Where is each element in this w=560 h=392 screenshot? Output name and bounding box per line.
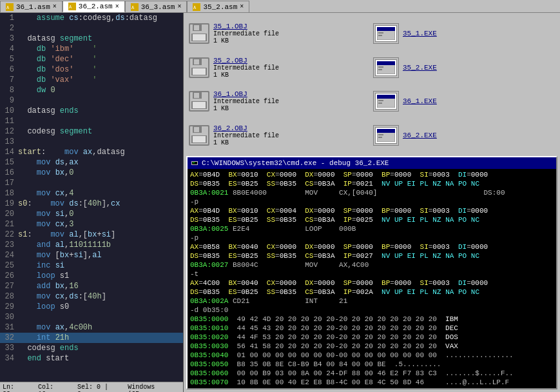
status-windows: Windows (CR...: [128, 384, 180, 391]
file-size: 1 KB: [213, 37, 371, 44]
line-content: codesg segment: [18, 126, 183, 137]
tab-36_2[interactable]: A 36_2.asm ×: [63, 1, 125, 12]
line-number: 5: [0, 54, 18, 64]
obj-file-icon: [189, 57, 209, 78]
line-number: 20: [0, 209, 18, 219]
line-content: [18, 23, 183, 34]
tab-close-36_1[interactable]: ×: [53, 3, 57, 10]
status-bar: Ln: 32 Col: 16 Sel: 0 | 0 Windows (CR...: [0, 382, 183, 392]
file-info: 35_2.OBJIntermediate file1 KB: [213, 57, 371, 79]
cmd-titlebar: C:\WINDOWS\system32\cmd.exe - debug 36_2…: [188, 157, 556, 169]
file-item-obj[interactable]: 35_2.OBJIntermediate file1 KB: [189, 52, 371, 84]
main-layout: 1 assume cs:codesg,ds:datasg23 datasg se…: [0, 13, 560, 392]
cmd-line: 0B3A:002A CD21 INT 21: [190, 297, 554, 306]
file-size: 1 KB: [213, 105, 371, 112]
line-number: 23: [0, 240, 18, 250]
cmd-body[interactable]: AX=0B4D BX=0010 CX=0000 DX=0000 SP=0000 …: [188, 169, 556, 388]
exe-icon: [373, 125, 399, 146]
file-explorer: 35_1.OBJIntermediate file1 KB 35_1.EXE 3…: [184, 13, 560, 156]
exe-name[interactable]: 35_1.EXE: [403, 30, 437, 37]
code-line: 29 loop s0: [0, 302, 183, 312]
code-line: 2: [0, 23, 183, 34]
file-name[interactable]: 35_1.OBJ: [213, 23, 371, 30]
tab-close-36_2[interactable]: ×: [115, 3, 119, 10]
file-item-exe[interactable]: 36_2.EXE: [373, 120, 555, 152]
code-line: 3 datasg segment: [0, 34, 183, 44]
obj-file-icon: [189, 91, 209, 112]
tab-bar: A 36_1.asm × A 36_2.asm × A 36_3.asm × A…: [0, 0, 560, 13]
line-number: 32: [0, 333, 18, 343]
line-number: 17: [0, 178, 18, 188]
line-content: db 'dec' ': [18, 54, 183, 64]
file-name[interactable]: 35_2.OBJ: [213, 57, 371, 64]
line-number: 15: [0, 157, 18, 168]
svg-rect-35: [377, 95, 395, 99]
code-line: 23 and al,11011111b: [0, 240, 183, 250]
file-size: 1 KB: [213, 72, 371, 79]
svg-rect-27: [378, 69, 382, 70]
line-number: 12: [0, 126, 18, 137]
tab-close-36_3[interactable]: ×: [177, 3, 181, 10]
cmd-line: -p: [190, 233, 554, 242]
file-name[interactable]: 36_2.OBJ: [213, 124, 371, 132]
editor-content: 1 assume cs:codesg,ds:datasg23 datasg se…: [0, 13, 183, 382]
file-item-obj[interactable]: 36_1.OBJIntermediate file1 KB: [189, 86, 371, 117]
line-content: db 'ibm' ': [18, 44, 183, 54]
line-number: 13: [0, 137, 18, 147]
cmd-line: 0B3A:0021 8B0E4000 MOV CX,[0040] DS:00: [190, 188, 554, 197]
line-content: loop s1: [18, 271, 183, 281]
svg-rect-41: [194, 127, 199, 132]
code-line: 6 db 'dos' ': [0, 64, 183, 75]
line-number: 22: [0, 230, 18, 240]
file-item-exe[interactable]: 35_2.EXE: [373, 52, 555, 84]
line-number: 6: [0, 64, 18, 75]
file-item-exe[interactable]: 35_1.EXE: [373, 18, 555, 50]
tab-36_1[interactable]: A 36_1.asm ×: [0, 1, 63, 12]
line-number: 28: [0, 291, 18, 302]
line-number: 3: [0, 34, 18, 44]
file-name[interactable]: 36_1.OBJ: [213, 90, 371, 98]
tab-label-36_2: 36_2.asm: [79, 3, 113, 10]
tab-36_3[interactable]: A 36_3.asm ×: [125, 1, 188, 12]
svg-rect-25: [377, 61, 395, 65]
tab-close-35_2[interactable]: ×: [240, 3, 244, 10]
line-content: db 'vax' ': [18, 75, 183, 85]
line-number: 1: [0, 13, 18, 23]
cmd-line: 0B35:0050 B8 35 0B 8E C8-B9 B4 00 84 00 …: [190, 360, 554, 369]
cmd-line: DS=0B35 ES=0B25 SS=0B35 CS=0B3A IP=0027 …: [190, 251, 554, 260]
code-line: 22s1: mov al,[bx+si]: [0, 230, 183, 240]
code-line: 16 mov bx,0: [0, 168, 183, 178]
line-content: db 'dos' ': [18, 64, 183, 75]
cmd-line: 0B35:0010 44 45 43 20 20 20 20 20-20 20 …: [190, 324, 554, 333]
line-number: 21: [0, 219, 18, 230]
tab-35_2[interactable]: A 35_2.asm ×: [187, 1, 249, 12]
file-item-obj[interactable]: 35_1.OBJIntermediate file1 KB: [189, 18, 371, 50]
code-line: 9: [0, 95, 183, 106]
file-size: 1 KB: [213, 139, 371, 146]
svg-rect-36: [378, 100, 383, 101]
line-content: [18, 137, 183, 147]
cmd-line: AX=0B4D BX=0010 CX=0004 DX=0000 SP=0000 …: [190, 206, 554, 215]
cmd-line: 0B3A:0025 E2E4 LOOP 000B: [190, 224, 554, 233]
code-line: 24 mov [bx+si],al: [0, 250, 183, 260]
file-item-exe[interactable]: 36_1.EXE: [373, 86, 555, 117]
code-line: 10 datasg ends: [0, 106, 183, 116]
code-line: 17: [0, 178, 183, 188]
line-content: mov ax,4c00h: [18, 322, 183, 333]
line-content: [18, 312, 183, 322]
editor-pane[interactable]: 1 assume cs:codesg,ds:datasg23 datasg se…: [0, 13, 184, 392]
line-number: 30: [0, 312, 18, 322]
cmd-line: DS=0B35 ES=0B25 SS=0B35 CS=0B3A IP=002A …: [190, 288, 554, 297]
cmd-window: C:\WINDOWS\system32\cmd.exe - debug 36_2…: [186, 156, 557, 389]
status-col: Col: 16: [38, 384, 64, 391]
line-content: and al,11011111b: [18, 240, 183, 250]
line-number: 2: [0, 23, 18, 34]
cmd-line: 0B35:0070 10 8B 0E 00 40 E2 E8 B8-4C 00 …: [190, 378, 554, 387]
code-line: 28 mov cx,ds:[40h]: [0, 291, 183, 302]
exe-name[interactable]: 35_2.EXE: [403, 64, 437, 72]
exe-name[interactable]: 36_2.EXE: [403, 132, 437, 139]
exe-name[interactable]: 36_1.EXE: [403, 97, 437, 105]
file-item-obj[interactable]: 36_2.OBJIntermediate file1 KB: [189, 120, 371, 152]
line-content: inc si: [18, 260, 183, 271]
svg-rect-47: [378, 137, 382, 138]
